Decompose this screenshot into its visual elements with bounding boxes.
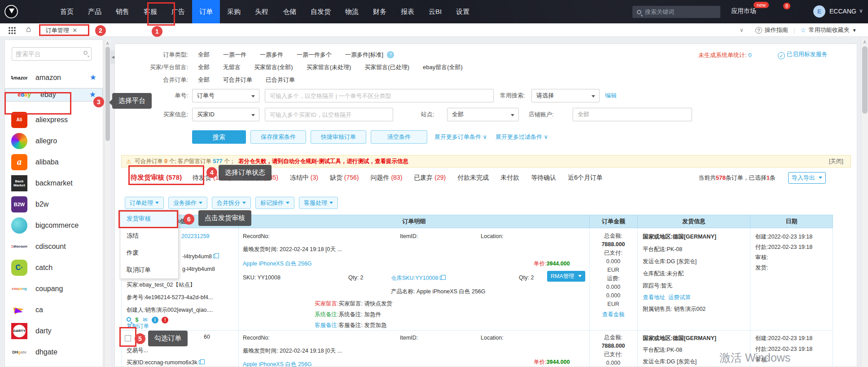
order-type-option[interactable]: 全部 [198, 51, 210, 59]
sidebar-item-b2w[interactable]: B2W b2w [5, 194, 103, 215]
sidebar-item-allegro[interactable]: allegro [5, 130, 103, 151]
status-tab-problem[interactable]: 问题件 (83) [371, 174, 403, 182]
save-search-button[interactable]: 保存搜索条件 [250, 130, 306, 144]
rma-button[interactable]: RMA管理 [547, 271, 585, 282]
global-search-input[interactable]: 搜索关键词 [632, 6, 720, 18]
site-select[interactable]: 全部 [447, 108, 519, 121]
edit-link[interactable]: 编辑 [605, 89, 617, 102]
help-icon[interactable]: ? [387, 51, 394, 58]
order-type-option[interactable]: 一票多件 [260, 51, 283, 59]
buyer-input[interactable] [265, 108, 393, 121]
merge-option[interactable]: 全部 [198, 76, 210, 84]
status-tab-outofstock[interactable]: 缺货 (756) [330, 174, 359, 182]
mail-icon[interactable]: ✉ [143, 317, 147, 323]
grid-menu-icon[interactable] [8, 27, 16, 34]
status-tab-payment-incomplete[interactable]: 付款未完成 [457, 174, 489, 182]
common-search-select[interactable]: 请选择 [531, 89, 600, 102]
chevron-down-icon[interactable]: ∨ [859, 8, 863, 14]
more-order-conditions-link[interactable]: 展开更多订单条件 ∨ [434, 130, 487, 144]
message-option[interactable]: 买家留言(未处理) [307, 63, 351, 71]
favorites-link[interactable]: 常用功能收藏夹 [809, 26, 850, 34]
order-type-option[interactable]: 一票一件 [223, 51, 246, 59]
freight-calc-link[interactable]: 运费试算 [668, 294, 691, 301]
avatar[interactable]: E [813, 5, 825, 18]
chevron-down-icon[interactable]: ∨ [740, 27, 744, 33]
import-export-button[interactable]: 导入导出 [788, 172, 826, 184]
order-type-option[interactable]: 一票一件多个 [297, 51, 332, 59]
sidebar-item-ebay[interactable]: ebay ebay ★ [5, 88, 103, 102]
dollar-icon[interactable]: $ [135, 317, 138, 323]
sidebar-item-amazon[interactable]: Amazon amazon ★ [5, 67, 103, 88]
sidebar-item-catch[interactable]: C· catch [5, 257, 103, 278]
merge-option[interactable]: 可合并订单 [223, 76, 252, 84]
sidebar-scrollbar[interactable]: ∧ [104, 40, 110, 367]
menu-order-process[interactable]: 订单处理 [125, 197, 164, 209]
product-link[interactable]: Apple iPhoneXS 白色 256G [243, 361, 312, 367]
tab-order-management[interactable]: 订单管理 ✕ [42, 25, 81, 35]
menu-item-cancel-order[interactable]: 取消订单 [120, 261, 178, 279]
nav-item-reports[interactable]: 报表 [394, 0, 421, 23]
guide-link[interactable]: 操作指南 [765, 26, 788, 34]
platform-search-box[interactable] [12, 47, 92, 61]
nav-item-purchase[interactable]: 采购 [220, 0, 248, 23]
sidebar-item-backmarket[interactable]: BackMarket backmarket [5, 172, 103, 194]
nav-item-warehouse[interactable]: 仓储 [276, 0, 303, 23]
nav-item-firstleg[interactable]: 头程 [248, 0, 276, 23]
scroll-up-icon[interactable]: ∧ [105, 40, 110, 46]
message-option[interactable]: 全部 [198, 63, 210, 71]
tag-service-badge[interactable]: ✓ 已启用标发服务 [778, 50, 828, 59]
sidebar-item-ca[interactable]: ca [5, 299, 103, 320]
sidebar-item-coupang[interactable]: coupang coupang [5, 278, 103, 299]
sidebar-item-alibaba[interactable]: a alibaba [5, 151, 103, 172]
menu-cs-handle[interactable]: 客服处理 [299, 197, 338, 209]
sidebar-item-dhgate[interactable]: DHgate dhgate [5, 341, 103, 363]
product-link[interactable]: Apple iPhoneXS 白色 256G [243, 260, 312, 268]
info-icon[interactable]: i [152, 317, 158, 323]
quick-audit-button[interactable]: 快捷审核订单 [311, 130, 366, 144]
view-amount-link[interactable]: 查看金额 [589, 310, 637, 319]
status-tab-voided[interactable]: 已废弃 (29) [414, 174, 446, 182]
order-number-link[interactable]: 202231259 [181, 233, 210, 239]
clear-button[interactable]: 清空条件 [371, 130, 427, 144]
alert-icon[interactable]: ! [162, 317, 168, 323]
message-option[interactable]: 无留言 [223, 63, 241, 71]
nav-item-cloudbi[interactable]: 云BI [421, 0, 449, 23]
more-filter-conditions-link[interactable]: 展开更多过滤条件 ∨ [495, 130, 548, 144]
copy-icon[interactable] [213, 254, 217, 258]
message-option[interactable]: ebay留言(全部) [423, 63, 463, 71]
close-icon[interactable]: ✕ [72, 27, 77, 34]
alert-close-button[interactable]: [关闭] [829, 158, 843, 165]
magnifier-icon[interactable] [127, 317, 131, 322]
menu-mark-ops[interactable]: 标记操作 [255, 197, 294, 209]
number-input[interactable] [265, 89, 494, 102]
nav-item-service[interactable]: 客服 [136, 0, 164, 23]
view-address-link[interactable]: 查看地址 [643, 294, 665, 301]
sidebar-item-aliexpress[interactable]: Ali aliexpress [5, 109, 103, 130]
number-type-select[interactable]: 订单号 [192, 89, 259, 102]
sidebar-item-cdiscount[interactable]: Cdiscount cdiscount [5, 236, 103, 257]
row-checkbox[interactable] [125, 335, 131, 341]
order-type-option[interactable]: 一票多件[标准] [345, 51, 383, 59]
search-button[interactable]: 搜索 [192, 130, 246, 144]
status-tab-unpaid[interactable]: 未付款 [500, 174, 519, 182]
status-tab-frozen[interactable]: 冻结中 (3) [290, 174, 318, 182]
nav-item-orders[interactable]: 订单 [192, 0, 220, 23]
home-icon[interactable]: ⌂ [26, 24, 31, 34]
nav-item-ads[interactable]: 广告 [164, 0, 192, 23]
menu-item-ship-audit[interactable]: 发货审核 [120, 210, 178, 227]
platform-search-input[interactable] [16, 48, 79, 60]
menu-business-ops[interactable]: 业务操作 [168, 197, 207, 209]
buyer-type-select[interactable]: 买家ID [192, 108, 259, 121]
copy-order-link[interactable]: 复制订单 [127, 323, 149, 330]
status-tab-awaiting-confirm[interactable]: 等待确认 [531, 174, 556, 182]
merge-option[interactable]: 已合并订单 [266, 76, 295, 84]
menu-merge-split[interactable]: 合并拆分 [212, 197, 251, 209]
sidebar-item-darty[interactable]: DARTY darty [5, 320, 103, 341]
menu-item-void[interactable]: 作废 [120, 244, 178, 261]
caret-down-icon[interactable]: ▼ [852, 28, 857, 33]
sidebar-scrollbar-thumb[interactable] [105, 47, 110, 141]
sidebar-item-bigcommerce[interactable]: bigcommerce [5, 215, 103, 236]
app-market-link[interactable]: 应用市场 [731, 7, 756, 15]
status-tab-pending-audit[interactable]: 待发货审核 (578) [131, 173, 182, 182]
message-option[interactable]: 买家留言(全部) [254, 63, 293, 71]
